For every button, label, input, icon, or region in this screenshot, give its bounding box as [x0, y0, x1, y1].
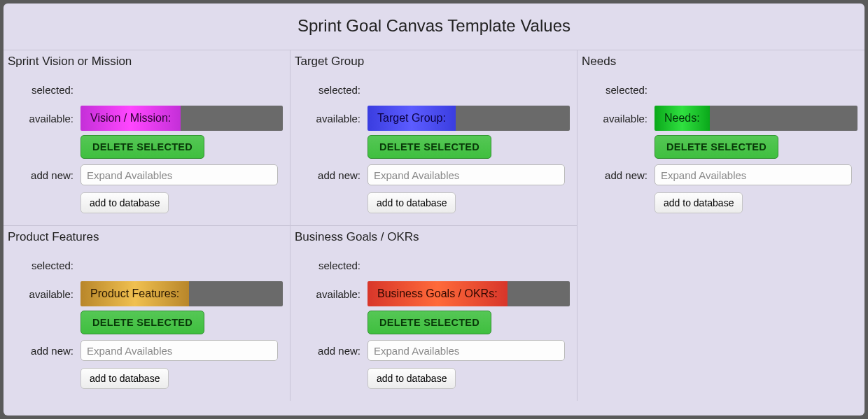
available-tag-empty	[456, 106, 570, 131]
selected-label: selected:	[298, 260, 362, 271]
available-label: available:	[10, 113, 75, 125]
add-to-database-button[interactable]: add to database	[80, 192, 169, 213]
available-label: available:	[584, 113, 649, 125]
add-to-database-button[interactable]: add to database	[368, 368, 456, 389]
add-new-label: add new:	[298, 169, 362, 181]
selected-label: selected:	[10, 260, 75, 271]
available-tag-empty	[181, 106, 283, 131]
available-tag-features[interactable]: Product Features:	[80, 281, 283, 306]
available-label: available:	[298, 113, 362, 125]
add-new-input[interactable]	[368, 340, 565, 361]
add-new-label: add new:	[298, 345, 362, 357]
delete-selected-button[interactable]: DELETE SELECTED	[80, 135, 204, 159]
section-title-goals: Business Goals / OKRs	[295, 230, 573, 244]
section-title-features: Product Features	[8, 230, 286, 244]
section-title-vision: Sprint Vision or Mission	[8, 55, 286, 69]
section-title-target: Target Group	[295, 55, 573, 69]
selected-label: selected:	[584, 84, 649, 96]
delete-selected-button[interactable]: DELETE SELECTED	[368, 135, 491, 159]
available-tag-vision[interactable]: Vision / Mission:	[80, 106, 283, 131]
available-tag-needs[interactable]: Needs:	[654, 106, 858, 131]
selected-label: selected:	[10, 84, 75, 96]
available-tag-label: Business Goals / OKRs:	[368, 281, 507, 306]
available-tag-goals[interactable]: Business Goals / OKRs:	[368, 281, 570, 306]
available-label: available:	[298, 288, 362, 300]
available-tag-empty	[507, 281, 570, 306]
available-tag-label: Needs:	[654, 106, 710, 131]
delete-selected-button[interactable]: DELETE SELECTED	[654, 135, 778, 159]
add-to-database-button[interactable]: add to database	[368, 192, 456, 213]
available-tag-label: Vision / Mission:	[80, 106, 181, 131]
add-new-label: add new:	[10, 345, 75, 357]
add-to-database-button[interactable]: add to database	[80, 368, 169, 389]
delete-selected-button[interactable]: DELETE SELECTED	[368, 311, 491, 334]
add-new-input[interactable]	[654, 164, 852, 185]
selected-label: selected:	[298, 84, 362, 96]
add-new-label: add new:	[584, 169, 649, 181]
add-new-label: add new:	[10, 169, 75, 181]
add-to-database-button[interactable]: add to database	[654, 192, 743, 213]
add-new-input[interactable]	[80, 340, 278, 361]
available-tag-target[interactable]: Target Group:	[368, 106, 570, 131]
delete-selected-button[interactable]: DELETE SELECTED	[80, 311, 204, 334]
add-new-input[interactable]	[80, 164, 278, 185]
available-label: available:	[10, 288, 75, 300]
page-title: Sprint Goal Canvas Template Values	[4, 3, 864, 50]
add-new-input[interactable]	[368, 164, 565, 185]
available-tag-label: Product Features:	[80, 281, 189, 306]
available-tag-label: Target Group:	[368, 106, 456, 131]
available-tag-empty	[710, 106, 858, 131]
available-tag-empty	[189, 281, 283, 306]
section-title-needs: Needs	[582, 55, 860, 69]
